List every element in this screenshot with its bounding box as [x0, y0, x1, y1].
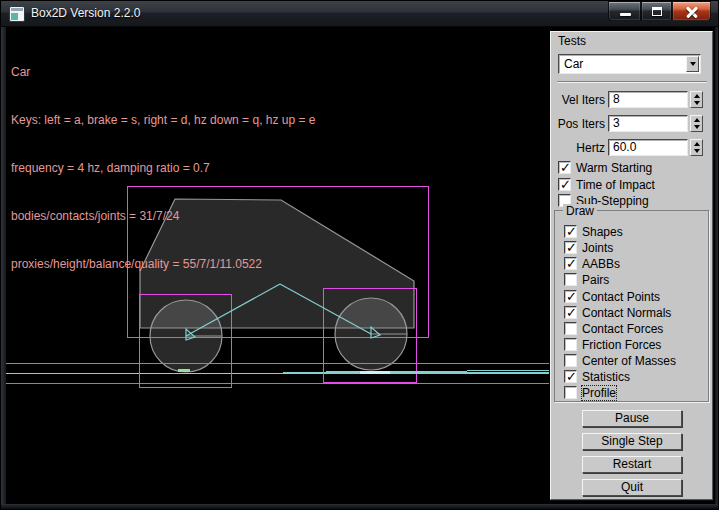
- checkbox-box[interactable]: [564, 354, 577, 367]
- app-window: Box2D Version 2.2.0: [0, 0, 719, 510]
- tests-dropdown-value: Car: [564, 56, 583, 72]
- checkbox-box[interactable]: [564, 225, 577, 238]
- minimize-icon: [620, 13, 631, 16]
- restart-button[interactable]: Restart: [582, 456, 682, 473]
- hertz-spin-down[interactable]: [691, 148, 702, 156]
- vel-iters-spin-up[interactable]: [691, 92, 702, 100]
- arrow-up-icon: [694, 94, 700, 98]
- checkbox-box[interactable]: [564, 306, 577, 319]
- pos-iters-field[interactable]: 3: [608, 115, 688, 132]
- checkbox-label: Pairs: [582, 273, 609, 287]
- checkbox-label: Contact Forces: [582, 322, 663, 336]
- pos-iters-spin-up[interactable]: [691, 116, 702, 124]
- checkbox-box[interactable]: [564, 386, 577, 399]
- checkbox-box[interactable]: [564, 241, 577, 254]
- window-border-right: [715, 27, 719, 504]
- pos-iters-spinner: [690, 115, 703, 132]
- hud-proxy-stats: proxies/height/balance/quality = 55/7/1/…: [11, 256, 316, 272]
- checkbox-box[interactable]: [558, 161, 571, 174]
- simulation-canvas[interactable]: Car Keys: left = a, brake = s, right = d…: [6, 27, 549, 504]
- dropdown-arrow-button[interactable]: [686, 56, 699, 72]
- app-icon-detail: [11, 8, 23, 11]
- single-step-button[interactable]: Single Step: [582, 433, 682, 450]
- pause-button[interactable]: Pause: [582, 410, 682, 427]
- close-icon: [685, 11, 699, 13]
- checkbox-label: Contact Normals: [582, 306, 671, 320]
- titlebar[interactable]: Box2D Version 2.2.0: [1, 1, 719, 27]
- pos-iters-label: Pos Iters: [551, 117, 605, 131]
- checkbox-label: Contact Points: [582, 290, 660, 304]
- vel-iters-label: Vel Iters: [551, 93, 605, 107]
- checkbox-label: Time of Impact: [576, 178, 655, 192]
- checkbox-box[interactable]: [564, 370, 577, 383]
- window-content: Car Keys: left = a, brake = s, right = d…: [6, 27, 715, 504]
- vel-iters-field[interactable]: 8: [608, 91, 688, 108]
- arrow-down-icon: [694, 149, 700, 153]
- maximize-icon: [652, 7, 662, 16]
- hertz-value: 60.0: [613, 141, 636, 154]
- checkbox-box[interactable]: [564, 290, 577, 303]
- pos-iters-spin-down[interactable]: [691, 124, 702, 132]
- hud-test-name: Car: [11, 64, 316, 80]
- tests-label: Tests: [558, 34, 586, 48]
- checkbox-label: Friction Forces: [582, 338, 661, 352]
- checkbox-label: Statistics: [582, 370, 630, 384]
- checkbox-label: Profile: [582, 386, 616, 400]
- checkbox-label: Center of Masses: [582, 354, 676, 368]
- arrow-up-icon: [694, 142, 700, 146]
- app-icon-detail: [11, 13, 18, 20]
- hertz-spinner: [690, 139, 703, 156]
- debug-text-overlay: Car Keys: left = a, brake = s, right = d…: [11, 32, 316, 304]
- arrow-down-icon: [694, 101, 700, 105]
- vel-iters-value: 8: [613, 93, 620, 106]
- vel-iters-spinner: [690, 91, 703, 108]
- window-title: Box2D Version 2.2.0: [31, 1, 140, 26]
- checkbox-label: AABBs: [582, 257, 620, 271]
- checkbox-label: Warm Starting: [576, 161, 652, 175]
- draw-group: Draw Shapes Joints AABBs Pairs: [554, 210, 709, 402]
- hud-frequency: frequency = 4 hz, damping ratio = 0.7: [11, 160, 316, 176]
- hud-keys: Keys: left = a, brake = s, right = d, hz…: [11, 112, 316, 128]
- app-icon: [9, 6, 25, 22]
- vel-iters-spin-down[interactable]: [691, 100, 702, 108]
- chevron-down-icon: [690, 62, 696, 66]
- separator: [557, 81, 707, 83]
- hertz-row: Hertz 60.0: [551, 139, 714, 156]
- tests-dropdown[interactable]: Car: [558, 54, 701, 74]
- maximize-button[interactable]: [641, 1, 672, 21]
- hud-body-stats: bodies/contacts/joints = 31/7/24: [11, 208, 316, 224]
- window-border-bottom: [1, 504, 719, 510]
- arrow-up-icon: [694, 118, 700, 122]
- checkbox-label: Shapes: [582, 225, 623, 239]
- pos-iters-row: Pos Iters 3: [551, 115, 714, 132]
- checkbox-box[interactable]: [564, 257, 577, 270]
- checkbox-label: Joints: [582, 241, 613, 255]
- pos-iters-value: 3: [613, 117, 620, 130]
- control-panel: Tests Car Vel Iters 8 Pos I: [550, 31, 713, 500]
- hertz-spin-up[interactable]: [691, 140, 702, 148]
- vel-iters-row: Vel Iters 8: [551, 91, 714, 108]
- checkbox-box[interactable]: [558, 178, 571, 191]
- quit-button[interactable]: Quit: [582, 479, 682, 496]
- hertz-label: Hertz: [551, 141, 605, 155]
- draw-group-label: Draw: [563, 204, 597, 218]
- checkbox-box[interactable]: [564, 322, 577, 335]
- minimize-button[interactable]: [608, 1, 641, 21]
- checkbox-box[interactable]: [564, 338, 577, 351]
- close-button[interactable]: [672, 1, 711, 21]
- hertz-field[interactable]: 60.0: [608, 139, 688, 156]
- checkbox-box[interactable]: [564, 273, 577, 286]
- caption-buttons: [608, 1, 711, 22]
- arrow-down-icon: [694, 125, 700, 129]
